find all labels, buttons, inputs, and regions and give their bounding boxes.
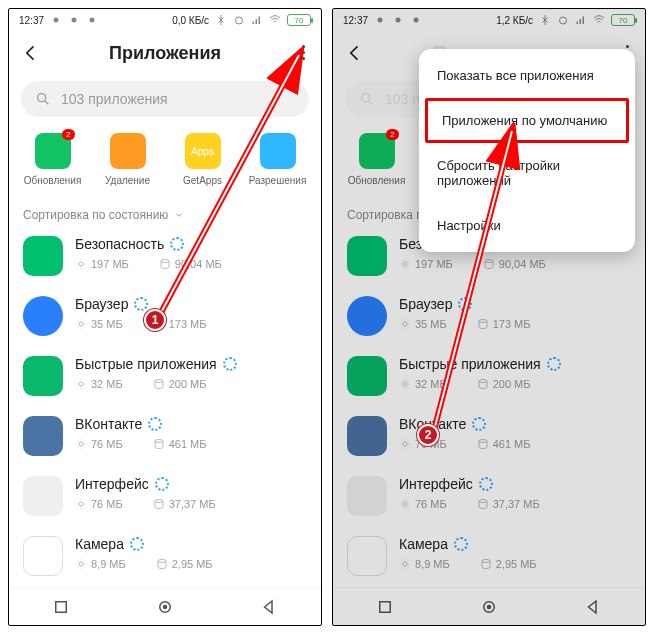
app-row[interactable]: Интерфейс 76 МБ 37,37 МБ [13,466,317,526]
app-storage: 90,04 МБ [159,258,222,270]
svg-rect-17 [56,601,67,612]
sort-dropdown[interactable]: Сортировка по состоянию [9,200,321,226]
app-name: Интерфейс [399,476,631,492]
back-button[interactable] [584,598,602,616]
app-storage: 200 МБ [153,378,207,390]
app-icon [23,356,63,396]
phone-screen-left: 12:37 0,0 КБ/с 70 Приложения 103 приложе… [8,8,322,626]
search-placeholder: 103 приложения [61,91,168,107]
menu-item-default-apps[interactable]: Приложения по умолчанию [425,98,629,143]
loading-icon [223,357,237,371]
gear-icon [399,318,411,330]
loading-icon [148,417,162,431]
clock: 12:37 [343,15,368,26]
back-button[interactable] [260,598,278,616]
notif-icon [50,14,62,26]
app-storage: 2,95 МБ [156,558,213,570]
wifi-icon [269,14,281,26]
quick-action-label: Удаление [105,175,150,186]
app-row[interactable]: Камера 8,9 МБ 2,95 МБ [337,526,641,586]
app-icon [347,416,387,456]
home-button[interactable] [480,598,498,616]
recent-apps-button[interactable] [376,598,394,616]
app-name: Браузер [399,296,631,312]
gear-icon [399,558,411,570]
status-bar: 12:37 0,0 КБ/с 70 [9,9,321,31]
loading-icon [155,477,169,491]
quick-actions-row: 2 Обновления Удаление Apps GetApps Разре… [9,123,321,200]
quick-action-blue[interactable]: Разрешения [246,133,310,186]
signal-icon [251,14,263,26]
quick-action-green[interactable]: 2 Обновления [345,133,409,186]
app-row[interactable]: Браузер 35 МБ 173 МБ [337,286,641,346]
network-speed: 1,2 КБ/с [496,15,533,26]
svg-point-14 [155,500,163,503]
android-navbar [9,587,321,625]
loading-icon [170,237,184,251]
app-row[interactable]: Камера 8,9 МБ 2,95 МБ [13,526,317,586]
phone-screen-right: 12:37 1,2 КБ/с 70 Приложения 103 приложе… [332,8,646,626]
menu-item-reset[interactable]: Сбросить настройки приложений [419,143,635,203]
quick-action-icon: 2 [359,133,395,169]
app-memory: 8,9 МБ [399,558,450,570]
clock: 12:37 [19,15,44,26]
loading-icon [547,357,561,371]
svg-point-33 [403,442,407,446]
disk-icon [477,438,489,450]
menu-item-settings[interactable]: Настройки [419,203,635,248]
app-icon [347,236,387,276]
svg-point-28 [485,260,493,263]
badge: 2 [62,129,74,140]
quick-action-label: Обновления [24,175,82,186]
loading-icon [479,477,493,491]
quick-action-icon: Apps [185,133,221,169]
app-name: Браузер [75,296,307,312]
quick-action-green[interactable]: 2 Обновления [21,133,85,186]
app-row[interactable]: ВКонтакте 76 МБ 461 МБ [13,406,317,466]
quick-action-icon: 2 [35,133,71,169]
app-memory: 8,9 МБ [75,558,126,570]
home-button[interactable] [156,598,174,616]
app-icon [347,356,387,396]
svg-point-19 [163,604,168,609]
back-icon[interactable] [345,43,365,63]
notif-icon [86,14,98,26]
app-name: Быстрые приложения [75,356,307,372]
app-row[interactable]: Интерфейс 76 МБ 37,37 МБ [337,466,641,526]
annotation-marker: 2 [417,424,439,446]
quick-action-orange[interactable]: Удаление [96,133,160,186]
svg-point-13 [79,502,83,506]
app-storage: 37,37 МБ [477,498,540,510]
app-row[interactable]: ВКонтакте 76 МБ 461 МБ [337,406,641,466]
badge: 2 [386,129,398,140]
page-header: Приложения [9,31,321,75]
disk-icon [477,378,489,390]
gear-icon [399,378,411,390]
search-input[interactable]: 103 приложения [21,81,309,117]
app-row[interactable]: Быстрые приложения 32 МБ 200 МБ [13,346,317,406]
disk-icon [156,558,168,570]
disk-icon [153,378,165,390]
svg-point-32 [479,380,487,383]
svg-point-9 [79,382,83,386]
loading-icon [472,417,486,431]
app-row[interactable]: Быстрые приложения 32 МБ 200 МБ [337,346,641,406]
menu-item-show-all[interactable]: Показать все приложения [419,53,635,98]
svg-point-37 [403,562,407,566]
notif-icon [392,14,404,26]
overflow-menu-button[interactable] [298,41,309,64]
quick-action-yellow[interactable]: Apps GetApps [171,133,235,186]
app-row[interactable]: Безопасность 197 МБ 90,04 МБ [13,226,317,286]
recent-apps-button[interactable] [52,598,70,616]
app-icon [23,536,63,576]
quick-action-icon [260,133,296,169]
search-icon [35,91,51,107]
quick-action-icon [110,133,146,169]
app-name: ВКонтакте [75,416,307,432]
svg-point-41 [487,604,492,609]
battery-icon: 70 [287,14,311,26]
notif-icon [374,14,386,26]
icon-text: Apps [185,133,221,169]
app-icon [23,476,63,516]
back-icon[interactable] [21,43,41,63]
